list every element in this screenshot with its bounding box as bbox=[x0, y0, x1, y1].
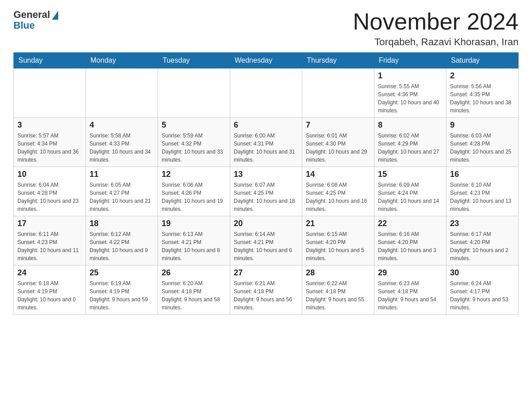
week-row-1: 1Sunrise: 5:55 AMSunset: 4:36 PMDaylight… bbox=[14, 68, 519, 118]
day-info: Sunrise: 6:05 AMSunset: 4:27 PMDaylight:… bbox=[90, 181, 154, 213]
week-row-4: 17Sunrise: 6:11 AMSunset: 4:23 PMDayligh… bbox=[14, 216, 519, 265]
day-number: 5 bbox=[162, 120, 226, 130]
day-cell: 18Sunrise: 6:12 AMSunset: 4:22 PMDayligh… bbox=[86, 216, 158, 265]
day-info: Sunrise: 6:18 AMSunset: 4:19 PMDaylight:… bbox=[17, 279, 82, 312]
day-cell: 2Sunrise: 5:56 AMSunset: 4:35 PMDaylight… bbox=[446, 68, 519, 118]
day-info: Sunrise: 6:13 AMSunset: 4:21 PMDaylight:… bbox=[162, 230, 226, 262]
day-info: Sunrise: 6:03 AMSunset: 4:28 PMDaylight:… bbox=[450, 132, 515, 164]
day-info: Sunrise: 6:22 AMSunset: 4:18 PMDaylight:… bbox=[306, 279, 370, 312]
calendar-body: 1Sunrise: 5:55 AMSunset: 4:36 PMDaylight… bbox=[14, 68, 519, 315]
day-number: 22 bbox=[378, 219, 442, 228]
day-number: 4 bbox=[90, 120, 154, 130]
day-cell: 4Sunrise: 5:58 AMSunset: 4:33 PMDaylight… bbox=[86, 118, 158, 167]
header-cell-tuesday: Tuesday bbox=[158, 53, 230, 68]
day-cell: 3Sunrise: 5:57 AMSunset: 4:34 PMDaylight… bbox=[14, 118, 86, 167]
day-number: 24 bbox=[17, 268, 82, 278]
day-cell bbox=[14, 68, 86, 118]
day-cell bbox=[302, 68, 374, 118]
day-cell: 24Sunrise: 6:18 AMSunset: 4:19 PMDayligh… bbox=[14, 265, 86, 315]
week-row-3: 10Sunrise: 6:04 AMSunset: 4:28 PMDayligh… bbox=[14, 167, 519, 216]
day-cell: 6Sunrise: 6:00 AMSunset: 4:31 PMDaylight… bbox=[230, 118, 302, 167]
day-cell: 14Sunrise: 6:08 AMSunset: 4:25 PMDayligh… bbox=[302, 167, 374, 216]
day-number: 9 bbox=[450, 120, 515, 130]
day-info: Sunrise: 6:20 AMSunset: 4:18 PMDaylight:… bbox=[162, 279, 226, 312]
day-info: Sunrise: 5:55 AMSunset: 4:36 PMDaylight:… bbox=[378, 82, 442, 115]
day-number: 27 bbox=[234, 268, 298, 278]
day-cell: 5Sunrise: 5:59 AMSunset: 4:32 PMDaylight… bbox=[158, 118, 230, 167]
day-cell: 25Sunrise: 6:19 AMSunset: 4:19 PMDayligh… bbox=[86, 265, 158, 315]
day-number: 6 bbox=[234, 120, 298, 130]
day-info: Sunrise: 6:08 AMSunset: 4:25 PMDaylight:… bbox=[306, 181, 370, 213]
header-cell-friday: Friday bbox=[374, 53, 446, 68]
day-number: 30 bbox=[450, 268, 515, 278]
header-cell-saturday: Saturday bbox=[446, 53, 519, 68]
day-number: 3 bbox=[17, 120, 82, 130]
day-number: 19 bbox=[162, 219, 226, 228]
page-header: General Blue November 2024 Torqabeh, Raz… bbox=[13, 9, 519, 48]
day-cell: 9Sunrise: 6:03 AMSunset: 4:28 PMDaylight… bbox=[446, 118, 519, 167]
header-row: SundayMondayTuesdayWednesdayThursdayFrid… bbox=[14, 53, 519, 68]
day-info: Sunrise: 6:11 AMSunset: 4:23 PMDaylight:… bbox=[17, 230, 82, 262]
header-cell-wednesday: Wednesday bbox=[230, 53, 302, 68]
day-info: Sunrise: 6:24 AMSunset: 4:17 PMDaylight:… bbox=[450, 279, 515, 312]
day-info: Sunrise: 6:02 AMSunset: 4:29 PMDaylight:… bbox=[378, 132, 442, 164]
day-info: Sunrise: 6:00 AMSunset: 4:31 PMDaylight:… bbox=[234, 132, 298, 164]
day-info: Sunrise: 5:59 AMSunset: 4:32 PMDaylight:… bbox=[162, 132, 226, 164]
header-cell-sunday: Sunday bbox=[14, 53, 86, 68]
day-cell: 21Sunrise: 6:15 AMSunset: 4:20 PMDayligh… bbox=[302, 216, 374, 265]
header-cell-thursday: Thursday bbox=[302, 53, 374, 68]
day-cell: 13Sunrise: 6:07 AMSunset: 4:25 PMDayligh… bbox=[230, 167, 302, 216]
day-number: 12 bbox=[162, 170, 226, 179]
day-number: 13 bbox=[234, 170, 298, 179]
day-info: Sunrise: 6:12 AMSunset: 4:22 PMDaylight:… bbox=[90, 230, 154, 262]
day-number: 14 bbox=[306, 170, 370, 179]
day-info: Sunrise: 5:58 AMSunset: 4:33 PMDaylight:… bbox=[90, 132, 154, 164]
week-row-5: 24Sunrise: 6:18 AMSunset: 4:19 PMDayligh… bbox=[14, 265, 519, 315]
day-cell: 19Sunrise: 6:13 AMSunset: 4:21 PMDayligh… bbox=[158, 216, 230, 265]
day-number: 21 bbox=[306, 219, 370, 228]
day-cell: 29Sunrise: 6:23 AMSunset: 4:18 PMDayligh… bbox=[374, 265, 446, 315]
day-number: 2 bbox=[450, 71, 515, 81]
day-number: 11 bbox=[90, 170, 154, 179]
month-title: November 2024 bbox=[353, 9, 519, 34]
day-number: 28 bbox=[306, 268, 370, 278]
day-cell bbox=[230, 68, 302, 118]
logo: General Blue bbox=[13, 9, 58, 31]
logo-triangle-icon bbox=[52, 11, 58, 20]
day-info: Sunrise: 6:06 AMSunset: 4:26 PMDaylight:… bbox=[162, 181, 226, 213]
day-cell: 10Sunrise: 6:04 AMSunset: 4:28 PMDayligh… bbox=[14, 167, 86, 216]
day-cell: 28Sunrise: 6:22 AMSunset: 4:18 PMDayligh… bbox=[302, 265, 374, 315]
day-info: Sunrise: 6:14 AMSunset: 4:21 PMDaylight:… bbox=[234, 230, 298, 262]
day-cell: 15Sunrise: 6:09 AMSunset: 4:24 PMDayligh… bbox=[374, 167, 446, 216]
day-info: Sunrise: 6:15 AMSunset: 4:20 PMDaylight:… bbox=[306, 230, 370, 262]
day-cell bbox=[86, 68, 158, 118]
day-number: 26 bbox=[162, 268, 226, 278]
day-info: Sunrise: 6:07 AMSunset: 4:25 PMDaylight:… bbox=[234, 181, 298, 213]
day-cell: 27Sunrise: 6:21 AMSunset: 4:18 PMDayligh… bbox=[230, 265, 302, 315]
day-info: Sunrise: 5:56 AMSunset: 4:35 PMDaylight:… bbox=[450, 82, 515, 115]
day-cell: 16Sunrise: 6:10 AMSunset: 4:23 PMDayligh… bbox=[446, 167, 519, 216]
day-number: 1 bbox=[378, 71, 442, 81]
day-info: Sunrise: 6:16 AMSunset: 4:20 PMDaylight:… bbox=[378, 230, 442, 262]
day-number: 25 bbox=[90, 268, 154, 278]
day-info: Sunrise: 6:01 AMSunset: 4:30 PMDaylight:… bbox=[306, 132, 370, 164]
day-info: Sunrise: 5:57 AMSunset: 4:34 PMDaylight:… bbox=[17, 132, 82, 164]
day-number: 8 bbox=[378, 120, 442, 130]
day-number: 10 bbox=[17, 170, 82, 179]
day-cell: 7Sunrise: 6:01 AMSunset: 4:30 PMDaylight… bbox=[302, 118, 374, 167]
day-info: Sunrise: 6:10 AMSunset: 4:23 PMDaylight:… bbox=[450, 181, 515, 213]
day-number: 17 bbox=[17, 219, 82, 228]
header-cell-monday: Monday bbox=[86, 53, 158, 68]
day-cell: 11Sunrise: 6:05 AMSunset: 4:27 PMDayligh… bbox=[86, 167, 158, 216]
day-number: 23 bbox=[450, 219, 515, 228]
day-cell: 22Sunrise: 6:16 AMSunset: 4:20 PMDayligh… bbox=[374, 216, 446, 265]
day-number: 29 bbox=[378, 268, 442, 278]
day-number: 15 bbox=[378, 170, 442, 179]
day-cell: 23Sunrise: 6:17 AMSunset: 4:20 PMDayligh… bbox=[446, 216, 519, 265]
day-info: Sunrise: 6:04 AMSunset: 4:28 PMDaylight:… bbox=[17, 181, 82, 213]
day-info: Sunrise: 6:17 AMSunset: 4:20 PMDaylight:… bbox=[450, 230, 515, 262]
calendar-table: SundayMondayTuesdayWednesdayThursdayFrid… bbox=[13, 52, 519, 315]
day-info: Sunrise: 6:19 AMSunset: 4:19 PMDaylight:… bbox=[90, 279, 154, 312]
day-cell bbox=[158, 68, 230, 118]
logo-blue-text: Blue bbox=[13, 20, 35, 31]
